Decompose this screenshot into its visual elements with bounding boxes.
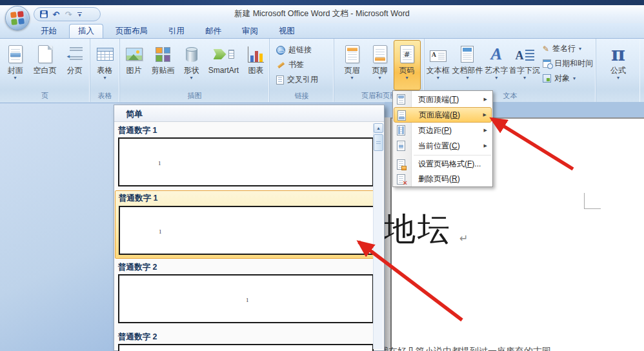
gallery-item-label: 普通数字 2	[118, 262, 157, 273]
menu-item-remove-page-numbers[interactable]: ✕ 删除页码(R)	[394, 172, 492, 186]
tab-home[interactable]: 开始	[32, 24, 65, 38]
gallery-item-label: 普通数字 2	[118, 332, 157, 343]
textbox-button[interactable]: A 文本框 ▾	[425, 40, 451, 90]
tab-mailings[interactable]: 邮件	[197, 24, 230, 38]
group-label-tables: 表格	[90, 91, 119, 101]
smartart-icon	[214, 43, 234, 66]
word-window: 新建 Microsoft Office Word 文档 - Microsoft …	[0, 0, 644, 351]
quick-access-toolbar: ↶ ↷ ▾	[34, 7, 101, 21]
group-symbols: π 公式 ▾	[596, 39, 640, 102]
undo-icon[interactable]: ↶	[52, 10, 61, 19]
hyperlink-button[interactable]: 超链接	[274, 43, 314, 57]
ribbon-tab-row: 开始 插入 页面布局 引用 邮件 审阅 视图	[0, 23, 644, 39]
picture-button[interactable]: 图片	[121, 40, 148, 90]
signature-line-icon: ✎	[543, 45, 549, 54]
window-top-edge	[0, 0, 644, 5]
gallery-item-label: 普通数字 1	[118, 125, 157, 136]
chart-button[interactable]: 图表	[243, 40, 269, 90]
tab-references[interactable]: 引用	[160, 24, 193, 38]
quick-parts-button[interactable]: 文档部件 ▾	[451, 40, 483, 90]
format-page-numbers-icon	[397, 159, 405, 170]
submenu-arrow-icon: ▶	[484, 143, 487, 148]
signature-line-button[interactable]: ✎ 签名行 ▾	[540, 41, 596, 56]
remove-page-numbers-icon: ✕	[397, 174, 405, 185]
gallery-item-preview[interactable]: 1	[119, 206, 374, 255]
cover-page-button[interactable]: 封面 ▾	[1, 40, 30, 90]
gallery-item-preview[interactable]: 1	[118, 274, 374, 323]
gallery-item-preview[interactable]	[118, 344, 374, 351]
tab-insert[interactable]: 插入	[69, 24, 103, 38]
shapes-button[interactable]: 形状 ▾	[179, 40, 205, 90]
footer-icon	[373, 43, 387, 66]
textbox-icon: A	[430, 43, 447, 66]
drop-cap-icon: A	[516, 43, 534, 66]
shapes-icon	[186, 43, 197, 66]
group-label-links: 链接	[270, 91, 334, 101]
gallery-scrollbar[interactable]: ▲	[373, 123, 383, 349]
margin-corner-mark	[584, 193, 601, 209]
bottom-of-page-icon	[397, 110, 406, 121]
menu-item-current-position[interactable]: 当前位置(C) ▶	[394, 138, 492, 154]
office-logo-icon	[10, 11, 25, 25]
menu-item-bottom-of-page[interactable]: 页面底端(B) ▶	[394, 107, 492, 123]
page-number-icon: #	[400, 43, 414, 66]
drop-cap-button[interactable]: A 首字下沉 ▾	[509, 40, 540, 90]
submenu-arrow-icon: ▶	[484, 97, 487, 102]
group-illustrations: 图片 剪贴画 形状 ▾ SmartArt 图表	[120, 39, 270, 102]
table-icon	[97, 43, 114, 66]
quick-parts-icon	[461, 43, 474, 66]
date-time-icon	[543, 59, 551, 68]
page-number-gallery: 简单 普通数字 1 1 普通数字 1 1 普通数字 2 1 普通数字 2 ▲	[114, 105, 385, 351]
pi-icon: π	[611, 43, 625, 66]
tab-page-layout[interactable]: 页面布局	[107, 24, 156, 38]
tab-review[interactable]: 审阅	[234, 24, 267, 38]
page-break-icon: ◂	[67, 43, 83, 66]
ribbon: 封面 ▾ 空白页 ◂ 分页 页 表格 ▾	[0, 39, 644, 103]
bookmark-button[interactable]: 书签	[274, 57, 307, 72]
menu-item-top-of-page[interactable]: 页面顶端(T) ▶	[394, 92, 492, 107]
current-position-icon	[397, 141, 405, 151]
page-number-button[interactable]: # 页码 ▾	[394, 40, 421, 90]
group-links: 超链接 书签 交叉引用 链接	[270, 39, 334, 102]
object-icon	[543, 74, 551, 83]
gallery-section-header: 简单	[114, 105, 384, 122]
group-label-illustrations: 插图	[120, 91, 269, 101]
submenu-arrow-icon: ▶	[483, 112, 487, 117]
page-margins-icon	[397, 125, 405, 135]
date-time-button[interactable]: 日期和时间	[540, 56, 596, 71]
customize-quick-access-icon[interactable]: ▾	[77, 12, 82, 17]
submenu-arrow-icon: ▶	[484, 128, 487, 133]
menu-item-page-margins[interactable]: 页边距(P) ▶	[394, 123, 492, 138]
header-button[interactable]: 页眉 ▾	[338, 40, 367, 90]
header-icon	[345, 43, 359, 66]
footer-button[interactable]: 页脚 ▾	[367, 40, 394, 90]
redo-icon[interactable]: ↷	[64, 10, 73, 19]
table-button[interactable]: 表格 ▾	[92, 40, 119, 90]
object-button[interactable]: 对象 ▾	[540, 71, 596, 86]
page-number-menu: 页面顶端(T) ▶ 页面底端(B) ▶ 页边距(P) ▶ 当前位置(C) ▶ 设…	[392, 90, 493, 187]
tab-view[interactable]: 视图	[270, 24, 303, 38]
cover-page-icon	[8, 43, 23, 66]
equation-button[interactable]: π 公式 ▾	[602, 40, 634, 90]
hyperlink-icon	[276, 46, 285, 55]
save-icon[interactable]	[39, 10, 48, 19]
blank-page-icon	[38, 43, 52, 66]
group-pages: 封面 ▾ 空白页 ◂ 分页 页	[0, 39, 90, 102]
page-break-button[interactable]: ◂ 分页	[61, 40, 89, 90]
gallery-item-highlight[interactable]: 普通数字 1 1	[115, 190, 375, 259]
picture-icon	[126, 43, 143, 66]
blank-page-button[interactable]: 空白页	[30, 40, 61, 90]
document-body-partial-line: 我在好几篇小说中都提到过一座废弃的古园	[379, 346, 551, 351]
clipart-button[interactable]: 剪贴画	[148, 40, 179, 90]
cross-reference-button[interactable]: 交叉引用	[274, 72, 321, 87]
wordart-button[interactable]: A 艺术字 ▾	[483, 40, 509, 90]
menu-item-format-page-numbers[interactable]: 设置页码格式(F)...	[394, 157, 492, 172]
office-button[interactable]	[5, 6, 30, 30]
scroll-thumb[interactable]	[374, 134, 383, 151]
smartart-button[interactable]: SmartArt	[205, 40, 243, 90]
group-tables: 表格 ▾ 表格	[90, 39, 120, 102]
paragraph-mark: ↵	[459, 232, 468, 245]
gallery-item-preview[interactable]: 1	[118, 137, 374, 186]
gallery-item-label: 普通数字 1	[119, 193, 157, 204]
scroll-up-button[interactable]: ▲	[374, 123, 383, 133]
